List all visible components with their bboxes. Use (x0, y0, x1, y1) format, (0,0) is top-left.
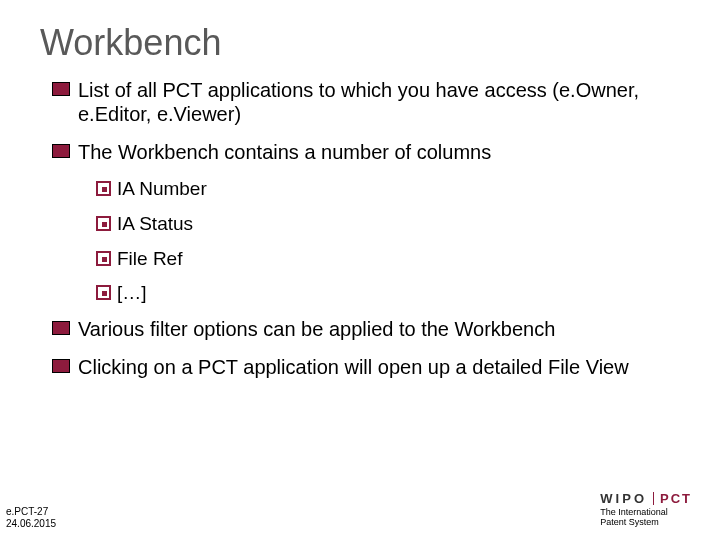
sub-bullet-item: IA Number (96, 178, 672, 201)
hollow-square-bullet-icon (96, 216, 111, 231)
hollow-square-bullet-icon (96, 181, 111, 196)
separator-icon (653, 492, 654, 505)
content-area: List of all PCT applications to which yo… (52, 78, 672, 393)
square-bullet-icon (52, 321, 70, 335)
bullet-item: The Workbench contains a number of colum… (52, 140, 672, 164)
bullet-item: Clicking on a PCT application will open … (52, 355, 672, 379)
pct-logo-text: PCT (660, 491, 692, 506)
slide: Workbench List of all PCT applications t… (0, 0, 720, 540)
sub-bullet-text: […] (117, 282, 147, 305)
footer-date: 24.06.2015 (6, 518, 56, 530)
square-bullet-icon (52, 359, 70, 373)
bullet-item: List of all PCT applications to which yo… (52, 78, 672, 126)
footer-right: WIPO PCT The International Patent System (600, 491, 692, 528)
footer-left: e.PCT-27 24.06.2015 (6, 506, 56, 530)
hollow-square-bullet-icon (96, 285, 111, 300)
sub-bullet-item: File Ref (96, 248, 672, 271)
brand-line: WIPO PCT (600, 491, 692, 506)
bullet-text: Clicking on a PCT application will open … (78, 355, 629, 379)
bullet-item: Various filter options can be applied to… (52, 317, 672, 341)
sub-bullet-text: File Ref (117, 248, 182, 271)
sub-bullet-item: […] (96, 282, 672, 305)
sub-bullet-text: IA Status (117, 213, 193, 236)
tagline-2: Patent System (600, 518, 692, 528)
sub-bullet-item: IA Status (96, 213, 672, 236)
square-bullet-icon (52, 144, 70, 158)
bullet-text: List of all PCT applications to which yo… (78, 78, 672, 126)
bullet-text: Various filter options can be applied to… (78, 317, 555, 341)
sub-bullet-text: IA Number (117, 178, 207, 201)
footer-ref: e.PCT-27 (6, 506, 56, 518)
square-bullet-icon (52, 82, 70, 96)
wipo-logo-text: WIPO (600, 491, 647, 506)
bullet-text: The Workbench contains a number of colum… (78, 140, 491, 164)
slide-title: Workbench (40, 22, 221, 64)
hollow-square-bullet-icon (96, 251, 111, 266)
